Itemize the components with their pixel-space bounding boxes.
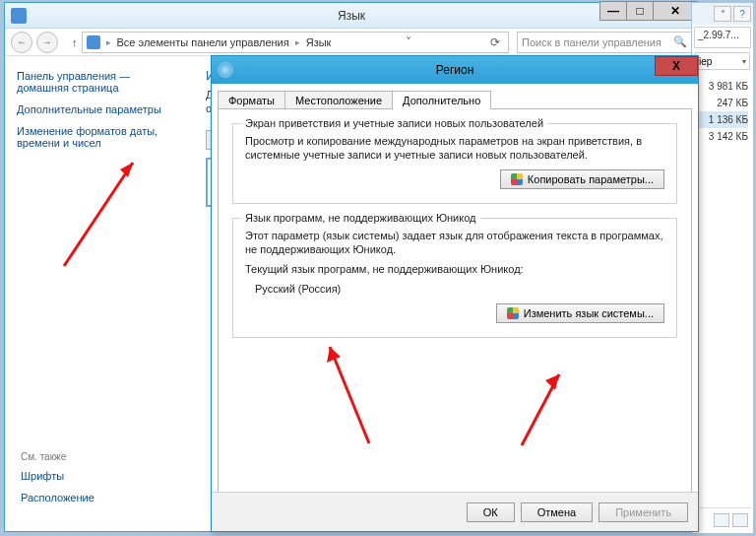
non-unicode-legend: Язык программ, не поддерживающих Юникод [241, 212, 480, 224]
non-unicode-desc: Этот параметр (язык системы) задает язык… [245, 229, 664, 256]
region-title: Регион [436, 63, 474, 77]
change-system-locale-button[interactable]: Изменить язык системы... [496, 303, 664, 323]
chevron-right-icon: ▸ [293, 37, 302, 47]
minimize-button[interactable]: — [599, 1, 627, 21]
region-close-button[interactable]: X [655, 56, 698, 76]
breadcrumb-root[interactable]: Все элементы панели управления [117, 36, 289, 48]
explorer-statusbar [694, 507, 751, 531]
region-footer: ОК Отмена Применить [212, 492, 698, 531]
nav-forward-button[interactable]: → [36, 32, 58, 53]
tab-location[interactable]: Местоположение [284, 91, 393, 109]
sidebar-home-link[interactable]: Панель управления — домашняя страница [17, 70, 178, 94]
search-placeholder: Поиск в панели управления [522, 36, 662, 48]
control-panel-icon [87, 35, 100, 49]
globe-icon [218, 62, 233, 78]
region-panel-advanced: Экран приветствия и учетные записи новых… [218, 108, 692, 501]
chevron-right-icon: ▸ [104, 37, 113, 47]
current-language-label: Текущий язык программ, не поддерживающих… [245, 262, 664, 276]
nav-back-button[interactable]: ← [11, 32, 32, 53]
sidebar-fonts-link[interactable]: Шрифты [21, 470, 94, 482]
file-size[interactable]: 3 142 КБ [697, 128, 748, 145]
file-size[interactable]: 3 981 КБ [697, 78, 748, 95]
file-size-selected[interactable]: 1 136 КБ [697, 111, 748, 128]
sidebar-placement-link[interactable]: Расположение [21, 492, 94, 503]
language-titlebar: Язык — □ ✕ [5, 3, 698, 29]
region-titlebar: Регион X [212, 56, 698, 84]
refresh-icon[interactable]: ⟳ [486, 35, 504, 49]
non-unicode-group: Язык программ, не поддерживающих Юникод … [232, 218, 677, 338]
sidebar-extra-params-link[interactable]: Дополнительные параметры [17, 103, 178, 115]
chevron-down-icon: ▾ [742, 57, 746, 66]
tab-formats[interactable]: Форматы [218, 91, 285, 109]
welcome-screen-desc: Просмотр и копирование международных пар… [245, 134, 664, 162]
explorer-help-icon[interactable]: ? [733, 6, 751, 22]
explorer-window: ˅ ? _2.99.7... іер ▾ 3 981 КБ 247 КБ 1 1… [691, 2, 754, 534]
ok-button[interactable]: ОК [467, 502, 515, 522]
language-toolbar: ← → ↑ ▸ Все элементы панели управления ▸… [5, 29, 698, 56]
uac-shield-icon [511, 173, 523, 185]
see-also-label: См. также [21, 451, 94, 462]
uac-shield-icon [507, 307, 519, 319]
language-app-icon [11, 8, 27, 24]
nav-up-button[interactable]: ↑ [72, 36, 78, 48]
language-window-controls: — □ ✕ [600, 1, 698, 21]
welcome-screen-group: Экран приветствия и учетные записи новых… [232, 123, 677, 204]
search-icon: 🔍 [673, 35, 687, 48]
maximize-button[interactable]: □ [626, 1, 654, 21]
file-size[interactable]: 247 КБ [697, 95, 748, 111]
sidebar-datetime-formats-link[interactable]: Изменение форматов даты, времени и чисел [17, 125, 178, 149]
view-large-icon[interactable] [732, 513, 748, 527]
apply-button[interactable]: Применить [598, 502, 688, 522]
breadcrumb-bar[interactable]: ▸ Все элементы панели управления ▸ Язык … [82, 32, 510, 53]
current-language-value: Русский (Россия) [245, 282, 664, 296]
explorer-toolbar: ˅ ? [692, 3, 753, 25]
explorer-column-dropdown[interactable]: іер ▾ [695, 52, 750, 70]
copy-settings-button[interactable]: Копировать параметры... [500, 169, 664, 189]
dropdown-icon[interactable]: ˅ [402, 35, 415, 49]
explorer-path-input[interactable]: _2.99.7... [694, 27, 751, 48]
language-sidebar: Панель управления — домашняя страница До… [5, 56, 190, 531]
view-details-icon[interactable] [714, 513, 729, 527]
breadcrumb-leaf[interactable]: Язык [306, 36, 332, 48]
region-tabs: Форматы Местоположение Дополнительно [212, 84, 698, 108]
region-dialog: Регион X Форматы Местоположение Дополнит… [211, 55, 699, 532]
explorer-size-column: 3 981 КБ 247 КБ 1 136 КБ 3 142 КБ [692, 74, 753, 149]
language-window-title: Язык [338, 9, 365, 23]
search-input[interactable]: Поиск в панели управления 🔍 [517, 32, 692, 53]
welcome-screen-legend: Экран приветствия и учетные записи новых… [241, 117, 547, 129]
cancel-button[interactable]: Отмена [521, 502, 593, 522]
tab-advanced[interactable]: Дополнительно [392, 91, 491, 109]
explorer-down-icon[interactable]: ˅ [714, 6, 731, 22]
